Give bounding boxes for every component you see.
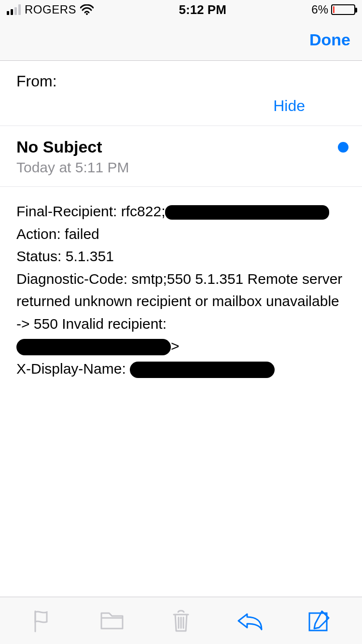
- clock: 5:12 PM: [179, 2, 226, 17]
- from-label: From:: [16, 72, 348, 90]
- body-line-final-recipient: Final-Recipient: rfc822;: [16, 200, 346, 223]
- redacted-text: [165, 205, 329, 220]
- battery-icon: [331, 4, 355, 15]
- hide-button[interactable]: Hide: [273, 97, 305, 115]
- carrier-label: ROGERS: [25, 3, 76, 16]
- status-right: 6%: [311, 3, 355, 16]
- redacted-text: [16, 339, 171, 355]
- trash-icon: [171, 609, 191, 633]
- unread-dot-icon: [338, 142, 348, 153]
- status-left: ROGERS: [7, 3, 94, 16]
- reply-button[interactable]: [236, 606, 265, 635]
- body-line-diagnostic: Diagnostic-Code: smtp;550 5.1.351 Remote…: [16, 268, 346, 336]
- body-line-redacted-recipient: >: [16, 335, 346, 358]
- battery-percent: 6%: [311, 3, 328, 16]
- reply-icon: [237, 611, 264, 630]
- body-text: >: [171, 338, 180, 354]
- subject-section: No Subject Today at 5:11 PM: [0, 126, 362, 187]
- subject-text: No Subject: [16, 138, 102, 156]
- done-button[interactable]: Done: [309, 30, 350, 49]
- compose-button[interactable]: [305, 606, 334, 635]
- redacted-text: [130, 362, 275, 378]
- svg-point-0: [86, 13, 88, 15]
- flag-button[interactable]: [28, 606, 57, 635]
- flag-icon: [32, 609, 54, 632]
- wifi-icon: [80, 4, 94, 15]
- bottom-toolbar: [0, 597, 362, 644]
- date-text: Today at 5:11 PM: [16, 159, 348, 176]
- cell-signal-icon: [7, 4, 21, 15]
- compose-icon: [307, 609, 331, 632]
- body-text: X-Display-Name:: [16, 361, 126, 377]
- folder-button[interactable]: [97, 606, 126, 635]
- trash-button[interactable]: [167, 606, 195, 635]
- nav-bar: Done: [0, 19, 362, 61]
- body-text: Final-Recipient: rfc822;: [16, 203, 165, 219]
- from-section: From: Hide: [0, 61, 362, 126]
- message-body: Final-Recipient: rfc822; Action: failed …: [0, 187, 362, 380]
- body-line-display-name: X-Display-Name:: [16, 358, 346, 380]
- body-line-status: Status: 5.1.351: [16, 245, 346, 268]
- folder-icon: [99, 610, 125, 631]
- body-line-action: Action: failed: [16, 223, 346, 246]
- status-bar: ROGERS 5:12 PM 6%: [0, 0, 362, 19]
